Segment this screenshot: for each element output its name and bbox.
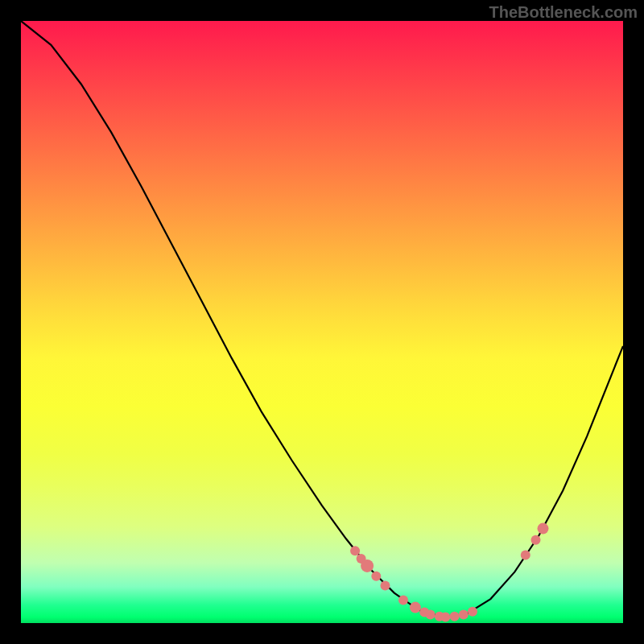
attribution-label: TheBottleneck.com [489,3,638,22]
data-dot [410,602,421,613]
data-dots [350,523,548,622]
bottleneck-curve [21,21,623,617]
data-dot [350,546,360,555]
data-dot [538,523,549,535]
data-dot [450,612,460,621]
data-dot [521,551,530,560]
data-dot [426,610,436,620]
data-dot [459,610,469,620]
chart-svg [21,21,623,623]
data-dot [371,572,381,581]
data-dot [531,535,541,545]
data-dot [361,559,374,572]
data-dot [440,613,450,622]
data-dot [398,596,408,605]
data-dot [468,607,477,617]
data-dot [381,581,390,591]
